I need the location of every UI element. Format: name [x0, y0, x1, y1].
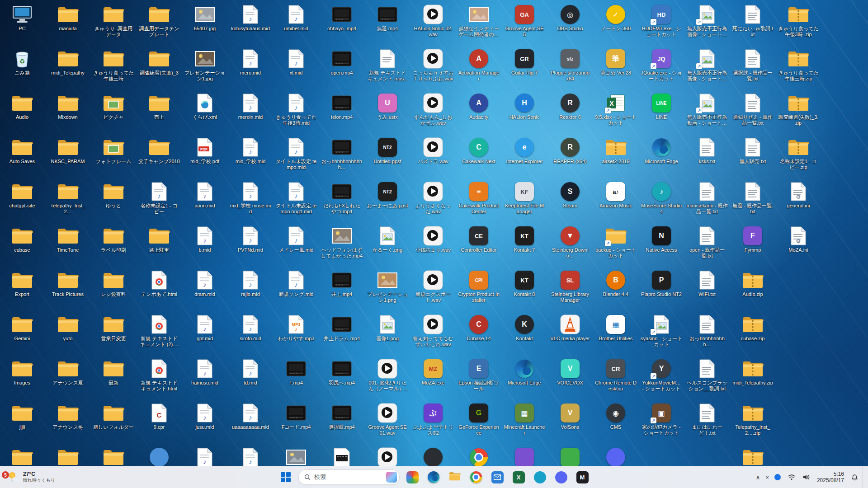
- desktop-icon[interactable]: GAGroove Agent SE 5: [504, 4, 545, 38]
- desktop-icon[interactable]: ゆうと: [93, 181, 134, 209]
- desktop-icon[interactable]: [549, 446, 591, 469]
- desktop-icon[interactable]: ♪mid_学校.mid: [230, 136, 271, 164]
- desktop-icon[interactable]: プレゼンテーション1.png: [367, 269, 408, 304]
- desktop-icon[interactable]: jijii: [1, 402, 43, 430]
- desktop-icon[interactable]: おっhhhhhhhhhh…: [686, 314, 728, 348]
- desktop-icon[interactable]: ♪タイトル未設定.tempo.mid: [275, 136, 317, 171]
- desktop-icon[interactable]: F.mp4: [275, 358, 317, 386]
- desktop-icon[interactable]: PPiapro Studio NT2: [641, 269, 682, 297]
- desktop-icon[interactable]: ♪タイトル未設定.tempo.orig1.mid: [275, 181, 317, 215]
- taskbar-app-microsoft-edge[interactable]: [425, 469, 442, 486]
- desktop-icon[interactable]: [93, 446, 134, 469]
- desktop-icon[interactable]: ♪rajio.mid: [230, 269, 271, 297]
- desktop-icon[interactable]: ♪メドレー風.mid: [275, 225, 317, 253]
- desktop-icon[interactable]: CCubase 14: [458, 314, 500, 342]
- desktop-icon[interactable]: FFymmp: [732, 225, 774, 253]
- chevron-up-icon[interactable]: ∧: [753, 469, 763, 485]
- desktop-icon[interactable]: ずんだもん_しおかぜふ.wav: [412, 92, 454, 127]
- desktop-icon[interactable]: ▼Steinberg Downlo…: [549, 225, 591, 259]
- search-highlight-image[interactable]: [386, 472, 397, 483]
- desktop-icon[interactable]: LINELINE: [641, 92, 682, 120]
- taskbar-app-music-app[interactable]: M: [574, 469, 591, 486]
- desktop-icon[interactable]: Images: [1, 358, 43, 386]
- desktop-icon[interactable]: Fコード.mp4: [275, 402, 317, 430]
- desktop-icon[interactable]: パズドラ.wav: [412, 136, 454, 164]
- desktop-icon[interactable]: RReaktor 6: [549, 92, 591, 120]
- desktop-icon[interactable]: ピクチャ: [93, 92, 134, 120]
- show-desktop-button[interactable]: [863, 466, 865, 488]
- desktop-icon[interactable]: ♪mero.mid: [230, 48, 271, 76]
- desktop-icon[interactable]: HD↗HDDFMT.exe - ショートカット: [641, 4, 682, 38]
- desktop-icon[interactable]: [504, 446, 545, 469]
- desktop-icon[interactable]: SSteam: [549, 181, 591, 209]
- taskbar-app-discord[interactable]: [552, 469, 570, 486]
- desktop-icon[interactable]: 路上駐車: [138, 225, 180, 253]
- desktop-icon[interactable]: CEController Editor: [458, 225, 500, 253]
- desktop-icon[interactable]: 井上ドラム.mp4: [321, 314, 363, 342]
- desktop-icon[interactable]: 無人販売.txt: [732, 136, 774, 164]
- desktop-icon[interactable]: ♪jusu.mid: [184, 402, 226, 430]
- desktop-icon[interactable]: おっhhhhhhhhhhhh…: [321, 136, 363, 171]
- desktop-icon[interactable]: ♪PVTNd.mid: [230, 225, 271, 253]
- desktop-icon[interactable]: ♪MuseScore Studio 4: [641, 181, 682, 215]
- desktop-icon[interactable]: きゅうり食ってた午後三時: [93, 48, 134, 82]
- desktop-icon[interactable]: 調査用データテンプレート: [138, 4, 180, 38]
- desktop-icon[interactable]: ♪: [184, 446, 226, 469]
- desktop-icon[interactable]: [275, 446, 317, 469]
- desktop-icon[interactable]: 新規 テキストドキュメント.musicxml: [367, 48, 408, 82]
- desktop-icon[interactable]: ♪mid_学校 muse.mid: [230, 181, 271, 215]
- desktop-icon[interactable]: 井上.mp4: [321, 269, 363, 297]
- desktop-icon[interactable]: KTKontakt 8: [504, 269, 545, 297]
- desktop-icon[interactable]: 通知りぜえ - 親作品一覧.txt: [732, 92, 774, 127]
- desktop-icon[interactable]: Telepathy_Inst_2….zip: [732, 402, 774, 436]
- desktop-icon[interactable]: ♪uaaaaaaaaa.mid: [230, 402, 271, 430]
- taskbar-app-excel[interactable]: X: [510, 469, 527, 486]
- desktop-icon[interactable]: 新規 テキストドキュメント.html: [138, 358, 180, 392]
- desktop-icon[interactable]: ▣↗家の防犯カメラ - ショートカット: [641, 402, 682, 436]
- desktop-icon[interactable]: 調査練習(失敗)_3: [138, 48, 180, 76]
- desktop-icon[interactable]: ♪sirofo.mid: [230, 314, 271, 342]
- desktop-icon[interactable]: 無題.mp4: [367, 4, 408, 32]
- desktop-icon[interactable]: 画像1.png: [367, 314, 408, 342]
- desktop-icon[interactable]: Auto Saves: [1, 136, 43, 164]
- desktop-icon[interactable]: ラベル印刷: [93, 225, 134, 253]
- desktop-icon[interactable]: yuto: [47, 314, 89, 342]
- desktop-icon[interactable]: BBlender 4.4: [595, 269, 637, 297]
- desktop-icon[interactable]: Telepathy_Inst_2…: [47, 181, 89, 215]
- desktop-icon[interactable]: アナウンス冬: [47, 402, 89, 430]
- desktop-icon[interactable]: eInternet Explorer: [504, 136, 545, 164]
- desktop-icon[interactable]: [732, 446, 774, 469]
- desktop-icon[interactable]: Microsoft Edge: [504, 358, 545, 386]
- desktop-icon[interactable]: ♪: [230, 446, 271, 469]
- desktop-icon[interactable]: RREAPER (x64): [549, 136, 591, 164]
- taskbar-app-mail-app[interactable]: [489, 469, 506, 486]
- desktop-icon[interactable]: KTKontakt 7: [504, 225, 545, 253]
- desktop-icon[interactable]: ↗無人販売不正行為動画 - ショートカット: [686, 92, 728, 127]
- desktop-icon[interactable]: ↗無人販売不正行為画像 - ショートカッ…: [686, 4, 728, 38]
- desktop-icon[interactable]: 売上: [138, 92, 180, 120]
- desktop-icon[interactable]: ♪umibet.mid: [275, 4, 317, 32]
- desktop-icon[interactable]: ♪xl.mid: [275, 48, 317, 76]
- taskbar-app-camera-app[interactable]: [531, 469, 548, 486]
- desktop-icon[interactable]: 新しいフォルダー: [93, 402, 134, 430]
- desktop-icon[interactable]: HALion Sonic 02.wav: [412, 4, 454, 38]
- desktop-icon[interactable]: 選択肢.mp4: [321, 402, 363, 430]
- desktop-icon[interactable]: まにはにわーど！.txt: [686, 402, 728, 436]
- desktop-icon[interactable]: midi_Telepathy: [47, 48, 89, 76]
- desktop-icon[interactable]: NNative Access: [641, 225, 682, 253]
- desktop-icon[interactable]: ksks.txt: [686, 136, 728, 164]
- notification-center-icon[interactable]: [849, 469, 861, 485]
- desktop-icon[interactable]: Audio.zip: [732, 269, 774, 297]
- desktop-icon[interactable]: ヘッドフォンはずしてよかった.mp4: [321, 225, 363, 259]
- desktop-icon[interactable]: Uうみ.ustx: [367, 92, 408, 120]
- desktop-icon[interactable]: ◎OBS Studio: [549, 4, 591, 32]
- desktop-icon[interactable]: CPICrypton Product Installer: [458, 269, 500, 304]
- desktop-icon[interactable]: よりうさくなった.wav: [412, 181, 454, 215]
- desktop-icon[interactable]: PDFmid_学校.pdf: [184, 136, 226, 164]
- desktop-icon[interactable]: ♪dram.mid: [184, 269, 226, 297]
- desktop-icon[interactable]: HHALion Sonic: [504, 92, 545, 120]
- desktop-icon[interactable]: ≡Cakewalk Product Center: [458, 181, 500, 215]
- wifi-icon[interactable]: [785, 469, 798, 485]
- desktop-icon[interactable]: CCakewalk Next: [458, 136, 500, 164]
- desktop-icon[interactable]: Microsoft Edge: [641, 136, 682, 164]
